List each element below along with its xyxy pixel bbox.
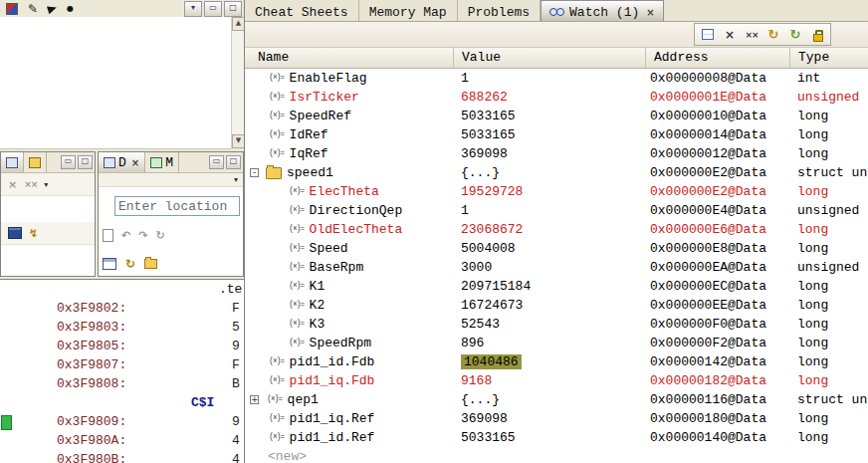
close-icon[interactable]: × bbox=[131, 157, 139, 168]
value-cell[interactable]: 23068672 bbox=[454, 220, 646, 239]
value-cell[interactable]: 369098 bbox=[454, 409, 646, 428]
menu-arrow-icon[interactable]: ▾ bbox=[44, 180, 48, 189]
watch-row[interactable]: -speed1{...}0x000000E2@Datastruct unk bbox=[245, 163, 868, 182]
maximize-icon[interactable]: □ bbox=[226, 155, 241, 169]
column-header-name[interactable]: Name bbox=[245, 48, 454, 68]
value-cell[interactable]: 16724673 bbox=[454, 296, 646, 315]
name-cell[interactable]: (×)=K3 bbox=[245, 315, 454, 334]
remove-all-icon[interactable]: ×× bbox=[744, 27, 760, 43]
back-icon[interactable]: ↶ bbox=[121, 229, 130, 242]
remove-all-icon[interactable]: ×× bbox=[24, 179, 37, 189]
name-cell[interactable]: (×)=K1 bbox=[245, 277, 454, 296]
new-expression-label[interactable]: <new> bbox=[245, 447, 454, 463]
watch-row[interactable]: (×)=pid1_id.Ref50331650x00000140@Datalon… bbox=[245, 428, 868, 447]
watch-row[interactable]: (×)=SpeedRpm8960x000000F2@Datalong bbox=[245, 334, 868, 352]
column-header-value[interactable]: Value bbox=[454, 48, 646, 68]
new-expression-row[interactable]: <new> bbox=[245, 447, 868, 463]
value-cell[interactable]: 5004008 bbox=[454, 239, 646, 258]
collapse-icon[interactable]: - bbox=[250, 168, 259, 177]
watch-row[interactable]: (×)=OldElecTheta230686720x000000E6@Datal… bbox=[245, 220, 868, 239]
name-cell[interactable]: (×)=IqRef bbox=[245, 144, 454, 163]
console-icon[interactable] bbox=[8, 227, 22, 239]
panel-tab-2[interactable] bbox=[24, 152, 47, 172]
name-cell[interactable]: (×)=ElecTheta bbox=[245, 182, 454, 201]
chevron-down-icon[interactable]: ▾ bbox=[234, 175, 238, 184]
watch-row[interactable]: (×)=SpeedRef50331650x00000010@Datalong bbox=[245, 107, 868, 125]
watch-row[interactable]: +(×)=qep1{...}0x00000116@Datastruct unk bbox=[245, 390, 868, 409]
name-cell[interactable]: (×)=pid1_id.Fdb bbox=[245, 352, 454, 371]
refresh-icon[interactable]: ↻ bbox=[765, 27, 781, 43]
value-cell[interactable]: 1040486 bbox=[454, 352, 646, 371]
value-cell[interactable]: 896 bbox=[454, 334, 646, 352]
tab-disassembly[interactable]: D × bbox=[99, 152, 145, 172]
tab-memory[interactable]: M bbox=[145, 152, 179, 172]
tab-problems[interactable]: Problems bbox=[458, 0, 541, 21]
palette-icon[interactable] bbox=[6, 3, 18, 15]
name-cell[interactable]: (×)=OldElecTheta bbox=[245, 220, 454, 239]
value-cell[interactable]: 369098 bbox=[454, 144, 646, 163]
refresh-icon[interactable]: ↻ bbox=[155, 229, 164, 242]
minimize-icon[interactable]: ▭ bbox=[209, 155, 224, 169]
tab-cheat-sheets[interactable]: Cheat Sheets bbox=[245, 0, 359, 21]
value-cell[interactable]: 5033165 bbox=[454, 107, 646, 125]
maximize-icon[interactable]: □ bbox=[78, 155, 93, 169]
watch-row[interactable]: (×)=IsrTicker6882620x0000001E@Dataunsign… bbox=[245, 88, 868, 107]
value-cell[interactable]: 5033165 bbox=[454, 125, 646, 144]
name-cell[interactable]: (×)=BaseRpm bbox=[245, 258, 454, 277]
value-cell[interactable]: 52543 bbox=[454, 315, 646, 334]
sync-icon[interactable]: ↻ bbox=[125, 257, 135, 271]
value-cell[interactable]: 1 bbox=[454, 69, 646, 88]
forward-icon[interactable]: ↷ bbox=[138, 229, 147, 242]
chevron-down-icon[interactable]: ▾ bbox=[184, 1, 202, 17]
pen-icon[interactable]: ✎ bbox=[28, 2, 38, 16]
page-icon[interactable] bbox=[103, 229, 113, 242]
watch-row[interactable]: (×)=BaseRpm30000x000000EA@Dataunsigned l bbox=[245, 258, 868, 277]
minimize-icon[interactable]: ▭ bbox=[61, 155, 76, 169]
watch-row[interactable]: (×)=DirectionQep10x000000E4@Dataunsigned… bbox=[245, 201, 868, 220]
value-cell[interactable]: 19529728 bbox=[454, 182, 646, 201]
value-cell[interactable]: {...} bbox=[454, 390, 646, 409]
dot-icon[interactable]: ● bbox=[67, 4, 74, 13]
folder-icon[interactable] bbox=[144, 259, 157, 269]
value-cell[interactable]: 5033165 bbox=[454, 428, 646, 447]
name-cell[interactable]: +(×)=qep1 bbox=[245, 390, 454, 409]
name-cell[interactable]: (×)=EnableFlag bbox=[245, 69, 454, 88]
show-columns-icon[interactable] bbox=[700, 27, 716, 43]
watch-row[interactable]: (×)=pid1_iq.Fdb91680x00000182@Datalong bbox=[245, 371, 868, 390]
name-cell[interactable]: (×)=pid1_iq.Fdb bbox=[245, 371, 454, 390]
tab-memory-map[interactable]: Memory Map bbox=[359, 0, 458, 21]
continuous-refresh-icon[interactable]: ↻ bbox=[787, 27, 803, 43]
value-cell[interactable]: 1 bbox=[454, 201, 646, 220]
close-icon[interactable]: × bbox=[646, 7, 654, 18]
value-cell[interactable]: 209715184 bbox=[454, 277, 646, 296]
value-cell[interactable]: 3000 bbox=[454, 258, 646, 277]
watch-row[interactable]: (×)=ElecTheta195297280x000000E2@Datalong bbox=[245, 182, 868, 201]
watch-row[interactable]: (×)=K12097151840x000000EC@Datalong bbox=[245, 277, 868, 296]
name-cell[interactable]: (×)=DirectionQep bbox=[245, 201, 454, 220]
name-cell[interactable]: (×)=SpeedRef bbox=[245, 107, 454, 125]
name-cell[interactable]: (×)=IsrTicker bbox=[245, 88, 454, 107]
watch-row[interactable]: (×)=pid1_iq.Ref3690980x00000180@Datalong bbox=[245, 409, 868, 428]
watch-row[interactable]: (×)=K2167246730x000000EE@Datalong bbox=[245, 296, 868, 315]
watch-row[interactable]: (×)=K3525430x000000F0@Datalong bbox=[245, 315, 868, 334]
name-cell[interactable]: -speed1 bbox=[245, 163, 454, 182]
value-cell[interactable]: {...} bbox=[454, 163, 646, 182]
grid-icon[interactable] bbox=[103, 258, 116, 270]
remove-watch-icon[interactable]: × bbox=[722, 27, 738, 43]
watch-row[interactable]: (×)=pid1_id.Fdb10404860x00000142@Datalon… bbox=[245, 352, 868, 371]
watch-row[interactable]: (×)=Speed50040080x000000E8@Datalong bbox=[245, 239, 868, 258]
remove-icon[interactable]: × bbox=[8, 178, 17, 191]
panel-tab-1[interactable] bbox=[1, 152, 24, 172]
flash-icon[interactable]: ↯ bbox=[29, 227, 38, 240]
location-input[interactable] bbox=[114, 196, 240, 216]
value-cell[interactable]: 9168 bbox=[454, 371, 646, 390]
watch-row[interactable]: (×)=EnableFlag10x00000008@Dataint bbox=[245, 69, 868, 88]
tab-watch-1[interactable]: Watch (1)× bbox=[541, 0, 664, 21]
name-cell[interactable]: (×)=K2 bbox=[245, 296, 454, 315]
name-cell[interactable]: (×)=pid1_iq.Ref bbox=[245, 409, 454, 428]
vertical-scrollbar[interactable]: ▲ ▼ bbox=[231, 17, 245, 148]
watch-row[interactable]: (×)=IqRef3690980x00000012@Datalong bbox=[245, 144, 868, 163]
column-header-type[interactable]: Type bbox=[790, 48, 868, 68]
lock-icon[interactable] bbox=[809, 27, 825, 43]
watch-row[interactable]: (×)=IdRef50331650x00000014@Datalong bbox=[245, 125, 868, 144]
